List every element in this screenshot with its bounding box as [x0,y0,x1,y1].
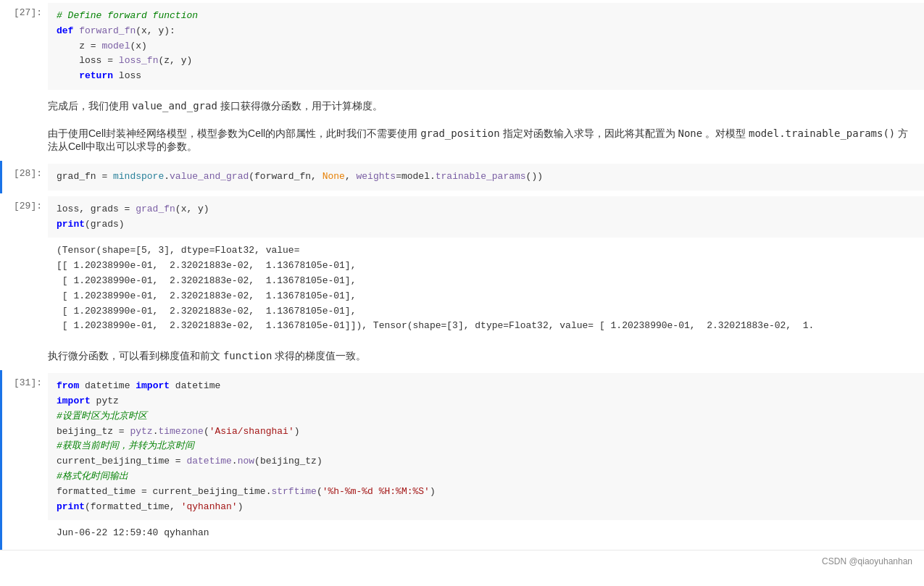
param-weights: weights [357,171,396,182]
cell-number-27: [27]: [2,0,48,24]
code-inline-3: None [678,127,702,139]
str-asia: 'Asia/shanghai' [209,426,294,437]
text-para-3: 执行微分函数，可以看到梯度值和前文 function 求得的梯度值一致。 [48,350,912,363]
text-section-3: 执行微分函数，可以看到梯度值和前文 function 求得的梯度值一致。 [0,343,924,370]
code-inline-2: grad_position [420,127,500,139]
module-name: mindspore [113,171,164,182]
none-kw: None [322,171,345,182]
fn-grad-fn: grad_fn [136,204,175,214]
cell-container: [27]: # Define forward function def forw… [0,0,924,572]
text-section-1: 完成后，我们使用 value_and_grad 接口获得微分函数，用于计算梯度。 [0,93,924,120]
footer: CSDN @qiaoyuhanhan [0,550,924,572]
fn-lossfn: loss_fn [119,55,159,66]
code-inline-5: function [223,350,272,361]
cell-number-28: [28]: [2,161,48,185]
notebook: [27]: # Define forward function def forw… [0,0,924,586]
comment-gettime: #获取当前时间，并转为北京时间 [57,440,194,451]
fn-pytz: pytz [130,426,152,437]
cell-number-29: [29]: [2,193,48,217]
comment-format: #格式化时间输出 [57,471,128,482]
output-block-31: Jun-06-22 12:59:40 qyhanhan [48,520,924,547]
brand-label: CSDN @qiaoyuhanhan [822,556,912,566]
code-block-29[interactable]: loss, grads = grad_fn(x, y) print(grads) [48,196,924,238]
comment-timezone: #设置时区为北京时区 [57,411,147,422]
code-block-28[interactable]: grad_fn = mindspore.value_and_grad(forwa… [48,164,924,191]
text-content-1: 完成后，我们使用 value_and_grad 接口获得微分函数，用于计算梯度。 [48,93,924,120]
kw-from: from [57,380,79,391]
cell-number-31: [31]: [2,370,48,394]
model-ref: model [401,171,430,182]
fn-datetime: datetime [186,456,231,466]
cell-27: [27]: # Define forward function def forw… [0,0,924,93]
fn-model: model [101,41,130,51]
kw-return: return [79,70,113,81]
kw-import-1: import [136,380,170,391]
text-section-2: 由于使用Cell封装神经网络模型，模型参数为Cell的内部属性，此时我们不需要使… [0,120,924,161]
code-inline-1: value_and_grad [132,100,217,112]
kw-import-2: import [57,395,91,406]
comment: # Define forward function [57,10,198,21]
cell-31: [31]: from datetime import datetime impo… [0,370,924,550]
str-qyhanhan: 'qyhanhan' [181,501,238,512]
kw-def: def [57,25,73,36]
code-block-31[interactable]: from datetime import datetime import pyt… [48,373,924,520]
cell-28: [28]: grad_fn = mindspore.value_and_grad… [0,161,924,193]
fn-timezone: timezone [158,426,203,437]
code-inline-4: model.trainable_params() [749,127,895,139]
str-format: '%h-%m-%d %H:%M:%S' [322,486,430,497]
fn-print: print [57,219,85,230]
text-content-2: 由于使用Cell封装神经网络模型，模型参数为Cell的内部属性，此时我们不需要使… [48,120,924,161]
fn-name: forward_fn [79,25,136,36]
text-content-3: 执行微分函数，可以看到梯度值和前文 function 求得的梯度值一致。 [48,343,924,370]
fn-value-and-grad: value_and_grad [170,171,249,182]
fn-print-2: print [57,501,85,512]
fn-now: now [238,456,254,466]
code-block-27[interactable]: # Define forward function def forward_fn… [48,3,924,90]
text-para-1: 完成后，我们使用 value_and_grad 接口获得微分函数，用于计算梯度。 [48,100,912,113]
text-para-2: 由于使用Cell封装神经网络模型，模型参数为Cell的内部属性，此时我们不需要使… [48,127,912,154]
fn-trainable: trainable_params [436,171,526,182]
output-block-29: (Tensor(shape=[5, 3], dtype=Float32, val… [48,238,924,340]
cell-29: [29]: loss, grads = grad_fn(x, y) print(… [0,193,924,343]
fn-strftime: strftime [271,486,316,497]
